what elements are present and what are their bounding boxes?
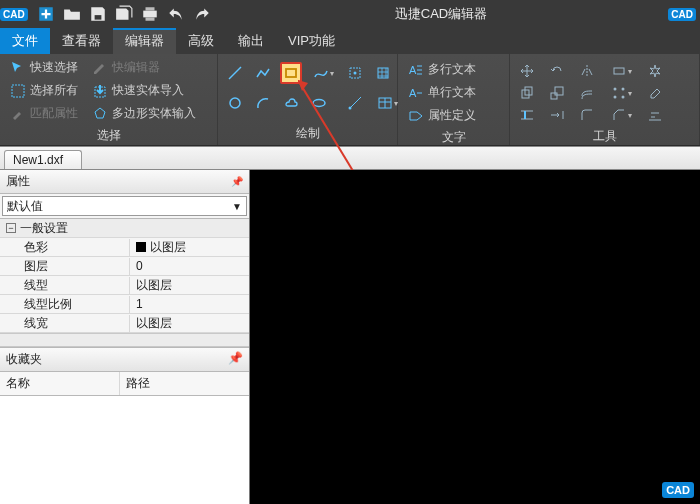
save-icon[interactable] [86,2,110,26]
menu-output[interactable]: 输出 [226,28,276,54]
attrdef-button[interactable]: 属性定义 [404,104,480,127]
ribbon-group-draw-label: 绘制 [224,123,391,145]
svg-point-11 [354,72,357,75]
ribbon-group-text: A多行文本 A单行文本 属性定义 文字 [398,54,510,145]
trim-icon[interactable] [516,104,538,126]
extend-icon[interactable] [546,104,568,126]
circle-icon[interactable] [224,92,246,114]
pin-icon[interactable]: 📌 [228,351,243,368]
match-props-button: 匹配属性 [6,102,82,125]
align-icon[interactable] [644,104,666,126]
svg-rect-3 [145,7,154,10]
pin-icon[interactable]: 📌 [231,176,243,187]
ribbon: 快速选择 选择所有 匹配属性 快编辑器 快速实体导入 多边形实体输入 选择 [0,54,700,146]
rectangle-icon[interactable] [280,62,302,84]
properties-title: 属性 [6,173,30,190]
select-all-button[interactable]: 选择所有 [6,79,82,102]
ribbon-group-select: 快速选择 选择所有 匹配属性 快编辑器 快速实体导入 多边形实体输入 选择 [0,54,218,145]
favorites-title: 收藏夹 [6,351,42,368]
app-badge-left: CAD [0,8,28,21]
copy-icon[interactable] [516,82,538,104]
properties-header: 属性 📌 [0,170,249,194]
prop-row-linetype[interactable]: 线型以图层 [0,276,249,295]
properties-section[interactable]: −一般设置 [0,219,249,238]
svg-text:A: A [409,87,417,99]
prop-row-layer[interactable]: 图层0 [0,257,249,276]
revcloud-icon[interactable] [280,92,302,114]
redo-icon[interactable] [190,2,214,26]
menu-viewer[interactable]: 查看器 [50,28,113,54]
ribbon-group-text-label: 文字 [404,127,503,149]
chevron-down-icon: ▼ [232,201,242,212]
chamfer-icon[interactable] [606,104,636,126]
ribbon-group-draw: 绘制 [218,54,398,145]
app-badge-right: CAD [668,8,696,21]
stext-button[interactable]: A单行文本 [404,81,480,104]
menu-editor[interactable]: 编辑器 [113,28,176,54]
cursor-icon [10,60,26,76]
collapse-icon[interactable]: − [6,223,16,233]
mirror-icon[interactable] [576,60,598,82]
menu-vip[interactable]: VIP功能 [276,28,347,54]
svg-point-23 [621,88,624,91]
saveall-icon[interactable] [112,2,136,26]
point-icon[interactable] [344,62,366,84]
svg-point-9 [313,100,325,107]
svg-point-25 [621,96,624,99]
quick-editor-button: 快编辑器 [88,56,200,79]
menu-advanced[interactable]: 高级 [176,28,226,54]
canvas-watermark: CAD [662,482,694,498]
menu-file[interactable]: 文件 [0,28,50,54]
erase-icon[interactable] [644,82,666,104]
ellipse-icon[interactable] [308,92,330,114]
stext-icon: A [408,85,424,101]
hatch-icon[interactable] [372,62,394,84]
ribbon-group-tools-label: 工具 [516,126,693,148]
offset-icon[interactable] [576,82,598,104]
ribbon-group-select-label: 选择 [6,125,211,147]
fav-col-path[interactable]: 路径 [120,372,156,395]
polyline-icon[interactable] [252,62,274,84]
mtext-button[interactable]: A多行文本 [404,58,480,81]
document-tab[interactable]: New1.dxf [4,150,82,169]
svg-rect-8 [286,69,296,77]
quick-select-button[interactable]: 快速选择 [6,56,82,79]
mtext-icon: A [408,62,424,78]
svg-rect-5 [12,85,24,97]
favorites-columns: 名称 路径 [0,372,249,396]
print-icon[interactable] [138,2,162,26]
prop-row-ltscale[interactable]: 线型比例1 [0,295,249,314]
move-icon[interactable] [516,60,538,82]
drawing-canvas[interactable]: CAD [250,170,700,504]
line-icon[interactable] [224,62,246,84]
svg-point-24 [613,96,616,99]
rotate-icon[interactable] [546,60,568,82]
svg-rect-2 [143,11,157,18]
svg-point-7 [230,98,240,108]
svg-rect-21 [614,68,624,74]
arc-icon[interactable] [252,92,274,114]
array-icon[interactable] [606,82,636,104]
document-tabstrip: New1.dxf [0,146,700,170]
open-icon[interactable] [60,2,84,26]
fillet-icon[interactable] [576,104,598,126]
properties-combo[interactable]: 默认值▼ [2,196,247,216]
app-title: 迅捷CAD编辑器 [214,5,669,23]
explode-icon[interactable] [644,60,666,82]
stretch-icon[interactable] [606,60,636,82]
spline-icon[interactable] [308,62,338,84]
main-area: 属性 📌 默认值▼ −一般设置 色彩以图层 图层0 线型以图层 线型比例1 线宽… [0,170,700,504]
color-swatch [136,242,146,252]
undo-icon[interactable] [164,2,188,26]
ray-icon[interactable] [344,92,366,114]
prop-row-lineweight[interactable]: 线宽以图层 [0,314,249,333]
properties-table: −一般设置 色彩以图层 图层0 线型以图层 线型比例1 线宽以图层 [0,218,249,333]
svg-rect-19 [551,93,557,99]
polygon-input-button[interactable]: 多边形实体输入 [88,102,200,125]
prop-row-color[interactable]: 色彩以图层 [0,238,249,257]
new-icon[interactable] [34,2,58,26]
scale-icon[interactable] [546,82,568,104]
fav-col-name[interactable]: 名称 [0,372,120,395]
svg-point-22 [613,88,616,91]
entity-import-button[interactable]: 快速实体导入 [88,79,200,102]
